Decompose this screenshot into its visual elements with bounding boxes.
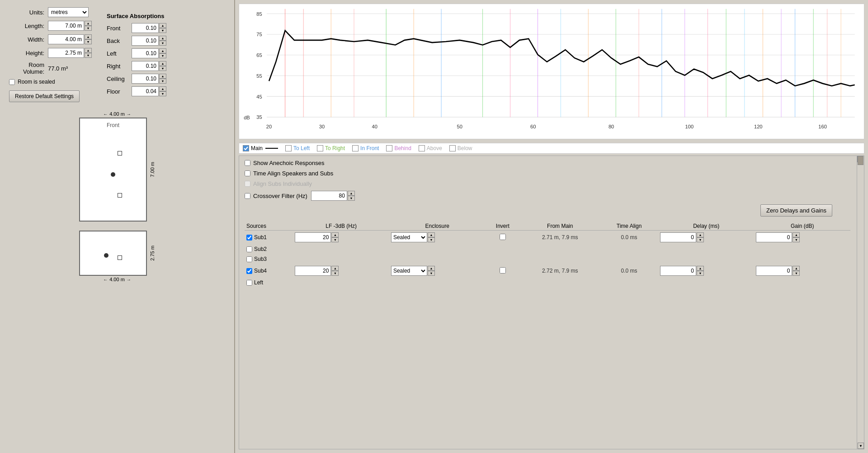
surface-left-up[interactable]: ▲	[159, 48, 166, 53]
sub2-enable-checkbox[interactable]	[246, 246, 252, 252]
scrollbar-down[interactable]: ▼	[858, 443, 864, 449]
surface-right-up[interactable]: ▲	[159, 61, 166, 66]
sub1-gain-cell: ▲ ▼	[754, 231, 850, 245]
sub1-gain-input[interactable]	[756, 232, 792, 242]
sub1-lf3db-input[interactable]	[295, 232, 331, 242]
listener-dot	[111, 172, 115, 177]
sub2-enclosure-cell	[389, 244, 486, 254]
sub4-invert-checkbox[interactable]	[500, 267, 506, 274]
time-align-checkbox[interactable]	[245, 170, 250, 176]
surface-ceiling-input[interactable]	[132, 74, 159, 84]
sub1-delay-down[interactable]: ▼	[697, 237, 704, 242]
surface-floor-up[interactable]: ▲	[159, 86, 166, 91]
room-sealed-checkbox[interactable]	[9, 79, 15, 85]
sub3-gain-cell	[754, 254, 850, 264]
svg-text:80: 80	[609, 123, 614, 129]
sub1-lf3db-down[interactable]: ▼	[331, 237, 339, 242]
height-down[interactable]: ▼	[85, 53, 92, 58]
surface-ceiling-up[interactable]: ▲	[159, 74, 166, 79]
surface-floor-spinner: ▲ ▼	[159, 86, 166, 96]
sub1-delay-input[interactable]	[660, 232, 696, 242]
front-label: Front	[80, 122, 146, 128]
zero-delays-button[interactable]: Zero Delays and Gains	[760, 204, 832, 217]
crossover-label: Crossover Filter (Hz)	[253, 193, 307, 199]
align-subs-checkbox[interactable]	[245, 181, 250, 187]
surface-floor-input[interactable]	[132, 86, 159, 96]
crossover-input[interactable]	[311, 191, 347, 201]
surface-front-up[interactable]: ▲	[159, 23, 166, 28]
sub4-gain-input[interactable]	[756, 266, 792, 276]
length-up[interactable]: ▲	[85, 21, 92, 26]
legend-main-checkbox[interactable]	[243, 145, 249, 151]
left-enable-checkbox[interactable]	[246, 280, 252, 286]
surface-ceiling-down[interactable]: ▼	[159, 79, 166, 84]
scrollbar-thumb[interactable]	[858, 156, 863, 165]
height-input[interactable]	[48, 48, 84, 58]
align-subs-label: Align Subs Individually	[253, 180, 312, 187]
legend-toright-checkbox[interactable]	[317, 145, 323, 151]
controls-panel: Show Anechoic Responses Time Align Speak…	[239, 156, 864, 449]
sub3-enable-checkbox[interactable]	[246, 256, 252, 262]
crossover-up[interactable]: ▲	[348, 191, 355, 196]
sub4-gain-down[interactable]: ▼	[793, 271, 800, 276]
sub4-enable-checkbox[interactable]	[246, 268, 252, 274]
width-down[interactable]: ▼	[85, 39, 92, 44]
sub4-time-align: 0.0 ms	[621, 268, 637, 274]
sub4-lf3db-down[interactable]: ▼	[331, 271, 339, 276]
sub1-invert-cell	[485, 231, 520, 245]
units-select[interactable]: metres	[48, 7, 89, 17]
restore-defaults-button[interactable]: Restore Default Settings	[9, 90, 80, 102]
sub4-delay-input[interactable]	[660, 266, 696, 276]
surface-back-up[interactable]: ▲	[159, 36, 166, 41]
surface-back-input[interactable]	[132, 36, 159, 46]
sub4-delay-up[interactable]: ▲	[697, 266, 704, 271]
surface-right-input[interactable]	[132, 61, 159, 71]
left-from-main-cell	[520, 278, 600, 288]
surface-floor-down[interactable]: ▼	[159, 91, 166, 96]
surface-left-down[interactable]: ▼	[159, 53, 166, 58]
sub1-lf3db-spinner: ▲ ▼	[331, 232, 339, 242]
length-down[interactable]: ▼	[85, 26, 92, 31]
show-anechoic-checkbox[interactable]	[245, 160, 250, 166]
width-input[interactable]	[48, 34, 84, 44]
sub1-enclosure-down[interactable]: ▼	[428, 237, 435, 242]
surface-front-down[interactable]: ▼	[159, 28, 166, 33]
scrollbar[interactable]: ▲ ▼	[857, 156, 864, 449]
sub4-delay-group: ▲ ▼	[660, 266, 753, 276]
sub4-lf3db-up[interactable]: ▲	[331, 266, 339, 271]
col-sources: Sources	[245, 222, 293, 231]
sub1-enable-checkbox[interactable]	[246, 235, 252, 241]
sub4-delay-down[interactable]: ▼	[697, 271, 704, 276]
sub4-enclosure-select[interactable]: Sealed Ported	[391, 266, 427, 276]
height-up[interactable]: ▲	[85, 48, 92, 53]
crossover-checkbox[interactable]	[245, 193, 250, 199]
sub4-enclosure-up[interactable]: ▲	[428, 266, 435, 271]
legend-above-checkbox[interactable]	[419, 145, 425, 151]
sub4-gain-up[interactable]: ▲	[793, 266, 800, 271]
surface-right-down[interactable]: ▼	[159, 66, 166, 71]
sub1-invert-checkbox[interactable]	[500, 234, 506, 240]
legend-below-checkbox[interactable]	[449, 145, 456, 151]
sub4-lf3db-input[interactable]	[295, 266, 331, 276]
legend-above-label: Above	[427, 145, 442, 151]
width-up[interactable]: ▲	[85, 34, 92, 39]
surface-back-down[interactable]: ▼	[159, 41, 166, 46]
svg-text:40: 40	[372, 123, 377, 129]
sub1-gain-down[interactable]: ▼	[793, 237, 800, 242]
sub4-label: Sub4	[254, 268, 267, 274]
sub1-enclosure-select[interactable]: Sealed Ported	[391, 232, 427, 242]
legend-infront-checkbox[interactable]	[352, 145, 359, 151]
legend-toleft-checkbox[interactable]	[285, 145, 292, 151]
sub4-enclosure-down[interactable]: ▼	[428, 271, 435, 276]
sub1-enclosure-up[interactable]: ▲	[428, 232, 435, 237]
legend-behind-checkbox[interactable]	[386, 145, 392, 151]
surface-front-input[interactable]	[132, 23, 159, 33]
svg-text:20: 20	[266, 123, 272, 129]
surface-left-input[interactable]	[132, 48, 159, 58]
sub1-gain-up[interactable]: ▲	[793, 232, 800, 237]
col-from-main: From Main	[520, 222, 600, 231]
length-input[interactable]	[48, 21, 84, 31]
sub1-delay-up[interactable]: ▲	[697, 232, 704, 237]
crossover-down[interactable]: ▼	[348, 196, 355, 201]
sub1-lf3db-up[interactable]: ▲	[331, 232, 339, 237]
